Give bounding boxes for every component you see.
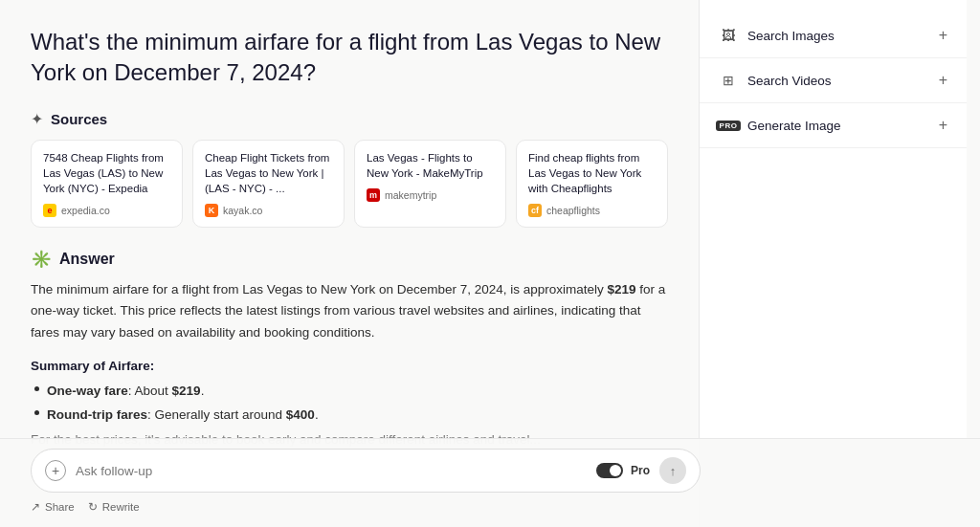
rewrite-label: Rewrite — [102, 501, 140, 513]
question-title: What's the minimum airfare for a flight … — [31, 27, 668, 89]
send-button[interactable]: ↑ — [659, 457, 686, 484]
source-title: Find cheap flights from Las Vegas to New… — [528, 150, 656, 196]
summary-list: One-way fare: About $219. Round-trip far… — [31, 381, 668, 426]
source-domain: K kayak.co — [205, 204, 332, 217]
sources-grid: 7548 Cheap Flights from Las Vegas (LAS) … — [31, 140, 668, 228]
source-favicon: e — [43, 204, 56, 217]
bullet-value: $219 — [172, 384, 201, 398]
answer-header: ✳️ Answer — [31, 249, 668, 270]
sidebar-item-label: Generate Image — [747, 119, 841, 133]
share-button[interactable]: ↗ Share — [31, 500, 75, 514]
sidebar-plus-icon: + — [939, 117, 947, 134]
source-domain-text: kayak.co — [223, 205, 262, 216]
answer-price1: $219 — [608, 282, 636, 296]
source-title: Las Vegas - Flights to New York - MakeMy… — [367, 150, 494, 181]
bullet-value: $400 — [286, 407, 315, 422]
source-favicon: K — [205, 204, 218, 217]
rewrite-button[interactable]: ↻ Rewrite — [88, 500, 140, 514]
source-domain: e expedia.co — [43, 204, 170, 217]
source-domain-text: expedia.co — [61, 205, 110, 216]
source-domain: cf cheapflights — [528, 204, 656, 217]
sidebar-item-label: Search Images — [747, 29, 835, 43]
answer-text-part1: The minimum airfare for a flight from La… — [31, 282, 608, 296]
pro-badge: PRO — [716, 121, 742, 131]
share-label: Share — [45, 501, 75, 513]
sidebar-plus-icon: + — [939, 72, 947, 89]
toggle-group: Pro — [596, 463, 650, 478]
input-row: + Pro ↑ — [31, 449, 701, 493]
sources-label: Sources — [51, 111, 107, 127]
sidebar-item-icon: ⊞ — [719, 71, 738, 90]
list-item: One-way fare: About $219. — [34, 381, 668, 402]
bullet-text: Round-trip fares: Generally start around… — [47, 405, 319, 426]
source-favicon: cf — [528, 204, 542, 217]
sidebar-item-icon: PRO — [719, 116, 738, 135]
summary-title: Summary of Airfare: — [31, 359, 668, 373]
source-domain-text: cheapflights — [546, 205, 600, 216]
toggle-knob — [610, 465, 621, 476]
sidebar-item-left: 🖼 Search Images — [719, 26, 835, 45]
sidebar-item-left: ⊞ Search Videos — [719, 71, 832, 90]
sidebar-item[interactable]: PRO Generate Image + — [700, 103, 967, 148]
sidebar-item-icon: 🖼 — [719, 26, 738, 45]
rewrite-icon: ↻ — [88, 500, 98, 514]
bullet-label: One-way fare — [47, 384, 128, 398]
source-card[interactable]: Las Vegas - Flights to New York - MakeMy… — [354, 140, 506, 228]
source-domain: m makemytrip — [367, 188, 494, 202]
sidebar-item[interactable]: 🖼 Search Images + — [700, 13, 967, 58]
sidebar-item[interactable]: ⊞ Search Videos + — [700, 58, 967, 103]
bottom-bar: + Pro ↑ ↗ Share ↻ Rewrite — [0, 438, 980, 527]
video-icon: ⊞ — [723, 73, 734, 88]
sidebar-item-label: Search Videos — [747, 74, 832, 88]
sidebar-item-left: PRO Generate Image — [719, 116, 841, 135]
answer-label: Answer — [59, 251, 115, 268]
answer-icon: ✳️ — [31, 249, 52, 270]
bullet-dot — [34, 410, 39, 415]
source-domain-text: makemytrip — [385, 189, 436, 201]
bullet-label: Round-trip fares — [47, 407, 147, 422]
pro-toggle[interactable] — [596, 463, 623, 478]
source-card[interactable]: Cheap Flight Tickets from Las Vegas to N… — [192, 140, 345, 228]
source-title: 7548 Cheap Flights from Las Vegas (LAS) … — [43, 150, 170, 196]
sources-header: ✦ Sources — [31, 110, 668, 128]
answer-text: The minimum airfare for a flight from La… — [31, 279, 668, 343]
source-card[interactable]: 7548 Cheap Flights from Las Vegas (LAS) … — [31, 140, 183, 228]
source-title: Cheap Flight Tickets from Las Vegas to N… — [205, 150, 332, 196]
image-icon: 🖼 — [722, 28, 735, 43]
pro-label: Pro — [631, 464, 650, 477]
plus-button[interactable]: + — [45, 460, 66, 481]
bullet-dot — [34, 386, 39, 391]
follow-up-input[interactable] — [76, 464, 587, 478]
list-item: Round-trip fares: Generally start around… — [34, 405, 668, 426]
action-row: ↗ Share ↻ Rewrite — [31, 500, 949, 514]
source-card[interactable]: Find cheap flights from Las Vegas to New… — [516, 140, 668, 228]
source-favicon: m — [367, 188, 380, 202]
bullet-text: One-way fare: About $219. — [47, 381, 204, 402]
sources-icon: ✦ — [31, 110, 43, 128]
share-icon: ↗ — [31, 500, 40, 514]
sidebar-plus-icon: + — [939, 27, 947, 44]
